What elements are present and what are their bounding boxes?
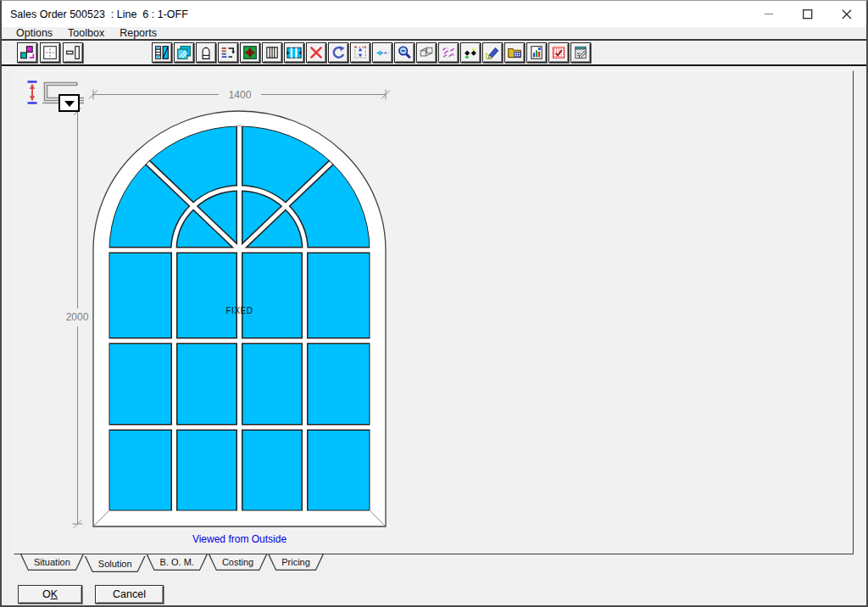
dim-points-icon <box>463 45 478 60</box>
toolbar-button-zoom[interactable] <box>394 42 415 63</box>
tab-bom[interactable]: B. O. M. <box>147 554 208 571</box>
close-button[interactable] <box>827 1 866 27</box>
toolbar-button-frame-dimension[interactable] <box>40 42 60 63</box>
maximize-icon <box>803 9 813 19</box>
toolbar-button-louvre[interactable] <box>262 42 282 63</box>
frame-style-icon <box>154 45 170 60</box>
nudge-left-icon <box>375 45 390 60</box>
sketch-icon <box>441 45 456 60</box>
spec-options-icon <box>220 45 236 60</box>
frame-cascade-icon <box>19 45 35 60</box>
toolbar-button-spec-options[interactable] <box>218 42 238 63</box>
louvre-icon <box>264 45 280 60</box>
toolbar-button-hardware[interactable] <box>240 42 260 63</box>
tabstrip: Situation Solution B. O. M. Costing Pric… <box>20 554 866 575</box>
tab-solution[interactable]: Solution <box>85 556 146 572</box>
menu-options[interactable]: Options <box>8 27 60 40</box>
zoom-icon <box>397 45 412 60</box>
toolbar-button-highlight-marker[interactable] <box>482 42 503 63</box>
void-grid-icon <box>551 45 566 60</box>
tab-costing[interactable]: Costing <box>209 554 267 571</box>
georgian-bars-icon <box>287 45 302 60</box>
toolbar-button-vent-lock[interactable] <box>196 42 216 63</box>
minimize-button[interactable] <box>749 1 788 27</box>
toolbar-button-dim-points[interactable] <box>460 42 481 63</box>
view-3d-icon <box>419 45 434 60</box>
toolbar-button-delete[interactable] <box>306 42 326 63</box>
window-title: Sales Order 500523 : Line 6 : 1-OFF <box>2 8 188 20</box>
menu-toolbox[interactable]: Toolbox <box>60 27 112 40</box>
toolbar-button-void-grid[interactable] <box>548 42 569 63</box>
toolbar-button-nudge-left[interactable] <box>372 42 392 63</box>
panel-insert-icon <box>65 45 81 60</box>
toolbar-button-frame-cascade[interactable] <box>17 42 37 63</box>
memo-notes-icon <box>573 45 588 60</box>
toolbar-button-stretch[interactable] <box>350 42 370 63</box>
profile-dropdown-button[interactable] <box>58 94 80 112</box>
design-canvas[interactable] <box>14 70 854 554</box>
maximize-button[interactable] <box>788 1 827 27</box>
sales-order-window: Sales Order 500523 : Line 6 : 1-OFF Opti… <box>0 0 868 607</box>
component-library-icon <box>507 45 522 60</box>
hardware-icon <box>242 45 258 60</box>
vent-lock-icon <box>198 45 214 60</box>
close-icon <box>842 9 852 19</box>
titlebar: Sales Order 500523 : Line 6 : 1-OFF <box>2 1 866 27</box>
cancel-button[interactable]: Cancel <box>95 585 164 604</box>
toolbar-button-component-library[interactable] <box>504 42 525 63</box>
tab-situation[interactable]: Situation <box>20 554 84 571</box>
menu-reports[interactable]: Reports <box>112 27 164 40</box>
glazing-icon <box>176 45 192 60</box>
tab-pricing[interactable]: Pricing <box>268 554 324 571</box>
toolbar-button-glazing[interactable] <box>174 42 194 63</box>
menubar: Options Toolbox Reports <box>2 27 866 41</box>
toolbar-button-panel-insert[interactable] <box>63 42 83 63</box>
toolbar-button-frame-style[interactable] <box>152 42 172 63</box>
toolbar-button-view-3d[interactable] <box>416 42 437 63</box>
minimize-icon <box>765 9 774 19</box>
toolbar-button-georgian-bars[interactable] <box>284 42 304 63</box>
frame-dimension-icon <box>42 45 58 60</box>
toolbar-button-undo[interactable] <box>328 42 348 63</box>
stretch-icon <box>353 45 368 60</box>
undo-icon <box>331 45 346 60</box>
toolbar <box>2 41 866 66</box>
delete-icon <box>309 45 324 60</box>
dropdown-arrow-icon <box>64 101 75 107</box>
toolbar-button-report-chart[interactable] <box>526 42 547 63</box>
highlight-marker-icon <box>485 45 500 60</box>
toolbar-button-sketch[interactable] <box>438 42 459 63</box>
ok-button[interactable]: OK <box>18 585 82 604</box>
report-chart-icon <box>529 45 544 60</box>
toolbar-button-memo-notes[interactable] <box>570 42 591 63</box>
